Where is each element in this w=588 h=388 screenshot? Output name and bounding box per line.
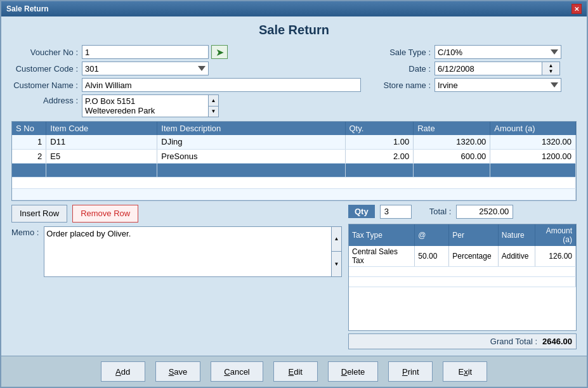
grand-total-label: Grand Total : <box>490 337 537 346</box>
tax-table: Tax Type @ Per Nature Amount (a) Central… <box>348 224 577 332</box>
row1-desc: DJing <box>157 135 345 149</box>
col-header-sno: S No <box>12 122 46 135</box>
address-input[interactable]: P.O Box 5151 Weltevereden Park <box>82 94 209 117</box>
total-value-input <box>456 205 513 219</box>
date-row: Date : ▲▼ <box>374 61 577 75</box>
content-area: Sale Return Voucher No : ➤ Customer Code… <box>1 16 587 356</box>
tax-row[interactable]: Central Sales Tax 50.00 Percentage Addit… <box>349 246 576 267</box>
address-scroll-up[interactable]: ▲ <box>209 95 218 107</box>
row1-rate: 1320.00 <box>414 135 490 149</box>
col-header-qty: Qty. <box>345 122 414 135</box>
save-button[interactable]: Save <box>155 361 201 382</box>
address-scroll-down[interactable]: ▼ <box>209 107 218 117</box>
bottom-section: Insert Row Remove Row Memo : Order place… <box>11 205 577 350</box>
col-header-desc: Item Description <box>157 122 345 135</box>
memo-label: Memo : <box>11 226 39 237</box>
customer-code-dropdown[interactable]: 301 <box>82 61 209 75</box>
tax-nature-cell: Additive <box>498 246 535 267</box>
row2-sno: 2 <box>12 149 46 163</box>
tax-col-per: Per <box>449 224 499 246</box>
delete-button[interactable]: Delete <box>328 361 379 382</box>
table-row-selected[interactable] <box>12 163 576 177</box>
row2-rate: 600.00 <box>414 149 490 163</box>
title-bar: Sale Return ✕ <box>1 1 587 16</box>
qty-total-row: Qty Total : <box>348 205 577 219</box>
customer-name-input[interactable] <box>82 78 361 92</box>
form-left: Voucher No : ➤ Customer Code : 301 Custo… <box>11 45 361 117</box>
tax-row-empty <box>349 266 576 276</box>
memo-scroll-down[interactable]: ▼ <box>332 252 341 276</box>
add-button[interactable]: Add <box>101 361 145 382</box>
qty-label: Qty <box>348 205 375 218</box>
row1-sno: 1 <box>12 135 46 149</box>
voucher-row: Voucher No : ➤ <box>11 45 361 59</box>
customer-code-row: Customer Code : 301 <box>11 61 361 75</box>
customer-name-label: Customer Name : <box>11 81 78 90</box>
footer: Add Save Cancel Edit Delete Print Exit <box>1 356 587 387</box>
memo-scroll-up[interactable]: ▲ <box>332 227 341 252</box>
print-button[interactable]: Print <box>388 361 433 382</box>
tax-amount-cell: 126.00 <box>535 246 575 267</box>
table-row-empty <box>12 177 576 188</box>
col-header-rate: Rate <box>414 122 490 135</box>
tax-col-type: Tax Type <box>349 224 415 246</box>
voucher-nav-button[interactable]: ➤ <box>211 45 228 59</box>
row1-code: D11 <box>46 135 157 149</box>
items-table: S No Item Code Item Description Qty. Rat… <box>11 121 577 201</box>
row1-qty: 1.00 <box>345 135 414 149</box>
grand-total-value: 2646.00 <box>542 337 572 346</box>
bottom-right: Qty Total : Tax Type @ Per Nature <box>348 205 577 350</box>
sale-type-dropdown[interactable]: C/10% <box>434 45 561 59</box>
date-label: Date : <box>374 64 431 74</box>
total-label: Total : <box>429 207 452 216</box>
store-name-label: Store name : <box>374 81 431 90</box>
memo-section: Memo : Order placed by Oliver. ▲ ▼ <box>11 226 342 350</box>
page-title: Sale Return <box>11 23 577 37</box>
exit-button[interactable]: Exit <box>443 361 487 382</box>
qty-value-input[interactable] <box>380 205 412 219</box>
row-action-buttons: Insert Row Remove Row <box>11 205 342 223</box>
customer-name-row: Customer Name : <box>11 78 361 92</box>
tax-col-amount: Amount (a) <box>535 224 575 246</box>
sale-type-label: Sale Type : <box>374 48 431 57</box>
row2-desc: PreSonus <box>157 149 345 163</box>
insert-row-button[interactable]: Insert Row <box>11 205 67 223</box>
edit-button[interactable]: Edit <box>273 361 318 382</box>
row1-amount: 1320.00 <box>490 135 576 149</box>
table-row[interactable]: 2 E5 PreSonus 2.00 600.00 1200.00 <box>12 149 576 163</box>
tax-col-at: @ <box>415 224 449 246</box>
remove-row-button[interactable]: Remove Row <box>72 205 138 223</box>
bottom-left: Insert Row Remove Row Memo : Order place… <box>11 205 342 350</box>
address-label: Address : <box>11 94 78 105</box>
tax-at-cell: 50.00 <box>415 246 449 267</box>
voucher-input-group: ➤ <box>82 45 228 59</box>
row2-code: E5 <box>46 149 157 163</box>
address-row: Address : P.O Box 5151 Weltevereden Park… <box>11 94 361 117</box>
tax-row-empty <box>349 276 576 287</box>
memo-input[interactable]: Order placed by Oliver. <box>44 226 332 277</box>
close-button[interactable]: ✕ <box>572 4 582 14</box>
col-header-amount: Amount (a) <box>490 122 576 135</box>
customer-code-label: Customer Code : <box>11 64 78 74</box>
table-row-empty <box>12 188 576 200</box>
tax-type-cell: Central Sales Tax <box>349 246 415 267</box>
form-section: Voucher No : ➤ Customer Code : 301 Custo… <box>11 45 577 117</box>
voucher-input[interactable] <box>82 45 209 59</box>
tax-per-cell: Percentage <box>449 246 499 267</box>
window-title: Sale Return <box>6 4 49 13</box>
voucher-label: Voucher No : <box>11 48 78 57</box>
table-row[interactable]: 1 D11 DJing 1.00 1320.00 1320.00 <box>12 135 576 149</box>
row2-qty: 2.00 <box>345 149 414 163</box>
cancel-button[interactable]: Cancel <box>211 361 263 382</box>
row2-amount: 1200.00 <box>490 149 576 163</box>
col-header-code: Item Code <box>46 122 157 135</box>
grand-total-row: Grand Total : 2646.00 <box>348 333 577 349</box>
store-name-row: Store name : Irvine <box>374 78 577 92</box>
date-input[interactable] <box>434 61 542 75</box>
form-right: Sale Type : C/10% Date : ▲▼ <box>374 45 577 117</box>
calendar-button[interactable]: ▲▼ <box>542 61 560 75</box>
sale-type-row: Sale Type : C/10% <box>374 45 577 59</box>
main-window: Sale Return ✕ Sale Return Voucher No : ➤ <box>0 0 588 388</box>
store-name-dropdown[interactable]: Irvine <box>434 78 561 92</box>
tax-col-nature: Nature <box>498 224 535 246</box>
